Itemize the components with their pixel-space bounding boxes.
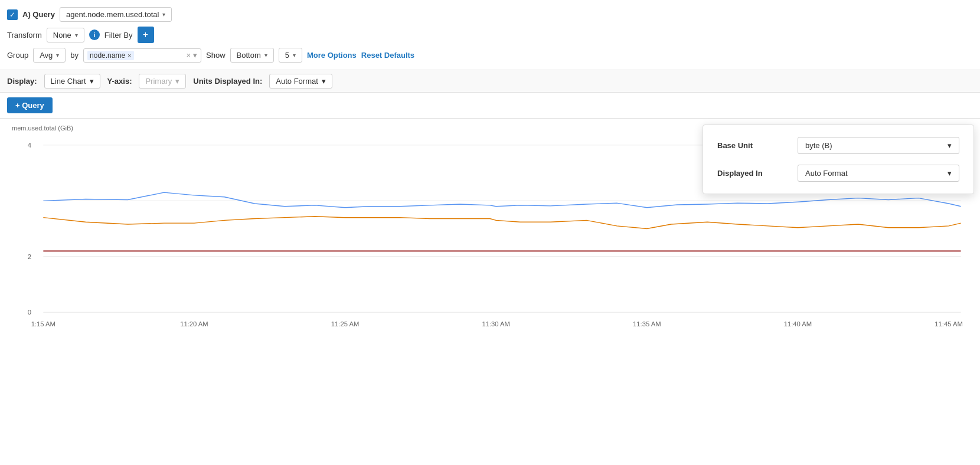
base-unit-label: Base Unit	[717, 141, 788, 150]
add-query-section: + Query	[0, 93, 980, 119]
show-number-dropdown[interactable]: 5 ▾	[279, 48, 302, 63]
transform-label: Transform	[7, 31, 42, 40]
yaxis-caret: ▾	[175, 77, 179, 86]
page-wrapper: ✓ A) Query agent.node.mem.used.total ▾ T…	[0, 0, 980, 465]
display-type-dropdown[interactable]: Line Chart ▾	[44, 74, 100, 89]
svg-text:11:25 AM: 11:25 AM	[331, 320, 359, 328]
svg-text:4: 4	[28, 142, 31, 149]
transform-value: None	[53, 31, 71, 40]
svg-text:1:15 AM: 1:15 AM	[31, 320, 55, 328]
query-label: A) Query	[22, 10, 55, 19]
transform-caret: ▾	[75, 32, 78, 38]
show-direction-value: Bottom	[237, 51, 261, 60]
group-tag-input[interactable]: node.name × × ▾	[83, 48, 201, 63]
chart-area: mem.used.total (GiB) 4 2 0 1:15 AM 11:20…	[0, 119, 980, 465]
units-label: Units Displayed In:	[193, 77, 262, 86]
display-label: Display:	[7, 77, 37, 86]
reset-defaults-button[interactable]: Reset Defaults	[361, 51, 414, 60]
group-func-dropdown[interactable]: Avg ▾	[33, 48, 66, 63]
query-metric-caret: ▾	[162, 11, 165, 18]
display-row: Display: Line Chart ▾ Y-axis: Primary ▾ …	[0, 70, 980, 93]
group-tag-close[interactable]: ×	[128, 52, 131, 59]
svg-text:11:45 AM: 11:45 AM	[935, 320, 962, 328]
displayed-in-caret: ▾	[948, 169, 952, 178]
displayed-in-value: Auto Format	[805, 169, 848, 178]
query-checkbox[interactable]: ✓	[7, 9, 18, 20]
show-number-value: 5	[285, 51, 289, 60]
displayed-in-dropdown[interactable]: Auto Format ▾	[798, 165, 959, 182]
units-panel: Base Unit byte (B) ▾ Displayed In Auto F…	[703, 125, 974, 194]
base-unit-row: Base Unit byte (B) ▾	[717, 137, 959, 154]
displayed-in-label: Displayed In	[717, 169, 788, 178]
query-metric-dropdown[interactable]: agent.node.mem.used.total ▾	[60, 7, 172, 22]
group-func-caret: ▾	[56, 52, 59, 58]
svg-text:11:20 AM: 11:20 AM	[180, 320, 208, 328]
group-tag: node.name ×	[87, 51, 133, 60]
yaxis-label: Y-axis:	[107, 77, 132, 86]
tag-caret-icon[interactable]: ▾	[193, 51, 197, 60]
yaxis-value: Primary	[145, 77, 172, 86]
svg-text:11:35 AM: 11:35 AM	[633, 320, 661, 328]
show-direction-caret: ▾	[264, 52, 267, 58]
show-number-caret: ▾	[293, 52, 296, 58]
group-tag-text: node.name	[90, 51, 125, 60]
add-filter-button[interactable]: +	[138, 27, 154, 43]
display-type-caret: ▾	[90, 77, 94, 86]
base-unit-caret: ▾	[948, 141, 952, 150]
tag-clear-icon[interactable]: ×	[186, 51, 191, 60]
toolbar: ✓ A) Query agent.node.mem.used.total ▾ T…	[0, 0, 980, 70]
svg-text:0: 0	[28, 309, 31, 316]
group-row: Group Avg ▾ by node.name × × ▾ Show Bott…	[7, 45, 973, 65]
show-label: Show	[206, 51, 226, 60]
svg-text:2: 2	[28, 253, 31, 260]
units-dropdown[interactable]: Auto Format ▾	[269, 74, 332, 89]
show-direction-dropdown[interactable]: Bottom ▾	[230, 48, 274, 63]
transform-row: Transform None ▾ i Filter By +	[7, 24, 973, 45]
blue-series-line	[43, 192, 961, 208]
units-value: Auto Format	[276, 77, 318, 86]
filter-by-label: Filter By	[104, 31, 133, 40]
more-options-button[interactable]: More Options	[307, 51, 357, 60]
svg-text:11:40 AM: 11:40 AM	[784, 320, 812, 328]
by-label: by	[70, 51, 79, 60]
query-metric-value: agent.node.mem.used.total	[66, 10, 159, 19]
transform-info-icon[interactable]: i	[89, 30, 100, 40]
query-row: ✓ A) Query agent.node.mem.used.total ▾	[7, 5, 973, 24]
orange-series-line	[43, 217, 961, 229]
group-func-value: Avg	[40, 51, 53, 60]
tag-input-icons: × ▾	[186, 51, 197, 60]
display-type-value: Line Chart	[51, 77, 86, 86]
add-query-button[interactable]: + Query	[7, 97, 53, 113]
base-unit-value: byte (B)	[805, 141, 832, 150]
units-caret: ▾	[322, 77, 326, 86]
displayed-in-row: Displayed In Auto Format ▾	[717, 165, 959, 182]
group-label: Group	[7, 51, 28, 60]
base-unit-dropdown[interactable]: byte (B) ▾	[798, 137, 959, 154]
svg-text:11:30 AM: 11:30 AM	[482, 320, 509, 328]
transform-dropdown[interactable]: None ▾	[47, 28, 84, 42]
yaxis-dropdown[interactable]: Primary ▾	[139, 74, 186, 89]
